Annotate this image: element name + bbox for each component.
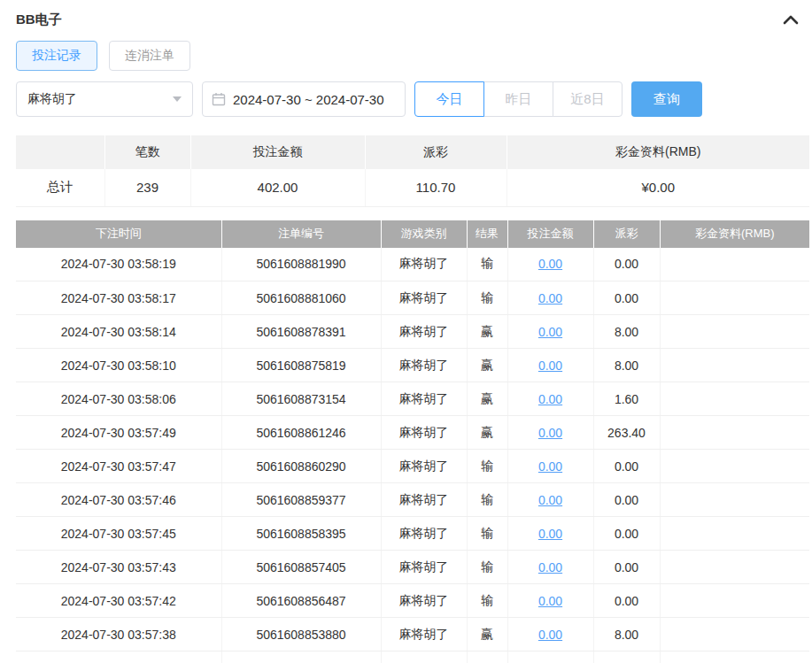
table-cell: 输 [467, 450, 507, 483]
table-cell: 0.00 [593, 517, 660, 551]
table-cell: 0.00 [507, 281, 593, 315]
bet-amount-link[interactable]: 0.00 [538, 527, 562, 541]
game-select[interactable]: 麻将胡了 [16, 81, 193, 117]
bet-amount-link[interactable]: 0.00 [538, 426, 562, 440]
table-cell: 2024-07-30 03:57:47 [16, 450, 221, 483]
bet-amount-link[interactable]: 0.00 [538, 594, 562, 608]
bet-amount-link[interactable]: 0.00 [538, 358, 562, 373]
table-cell: 0.00 [507, 349, 593, 382]
bet-records-panel: BB电子 投注记录 连消注单 麻将胡了 2024-07-30 ~ 2024-07… [0, 0, 812, 663]
table-cell: 0.00 [507, 618, 593, 651]
quick-range-group: 今日 昨日 近8日 [414, 81, 623, 117]
table-row: 2024-07-30 03:57:475061608860290麻将胡了输0.0… [16, 450, 809, 483]
table-cell: 2024-07-30 03:57:38 [16, 618, 221, 651]
table-cell: 2024-07-30 03:57:45 [16, 517, 221, 551]
table-cell [660, 416, 809, 450]
table-cell [660, 651, 809, 663]
table-cell [593, 651, 660, 663]
table-cell [660, 450, 809, 483]
table-cell: 5061608853880 [221, 618, 381, 651]
table-cell: 麻将胡了 [381, 281, 467, 315]
table-cell: 2024-07-30 03:58:06 [16, 382, 221, 416]
date-range-picker[interactable]: 2024-07-30 ~ 2024-07-30 [202, 81, 406, 117]
summary-header-row: 笔数 投注金额 派彩 彩金资料(RMB) [16, 135, 809, 169]
bet-amount-link[interactable]: 0.00 [538, 392, 562, 406]
table-cell: 麻将胡了 [381, 517, 467, 551]
bet-amount-link[interactable]: 0.00 [538, 628, 562, 642]
records-header-row: 下注时间 注单编号 游戏类别 结果 投注金额 派彩 彩金资料(RMB) [16, 220, 809, 248]
table-row: 2024-07-30 03:57:425061608856487麻将胡了输0.0… [16, 584, 809, 618]
table-cell: 0.00 [593, 551, 660, 584]
bet-amount-link[interactable]: 0.00 [538, 257, 562, 271]
table-cell: 5061608858395 [221, 517, 381, 551]
table-cell [660, 382, 809, 416]
panel-header: BB电子 [16, 0, 809, 35]
bet-amount-link[interactable]: 0.00 [538, 493, 562, 507]
table-cell [16, 651, 221, 663]
records-header-jackpot: 彩金资料(RMB) [660, 220, 809, 248]
table-cell: 赢 [467, 382, 507, 416]
table-cell: 0.00 [507, 450, 593, 483]
table-cell: 0.00 [507, 584, 593, 618]
summary-header-bet-amount: 投注金额 [190, 135, 365, 169]
table-row: 2024-07-30 03:57:455061608858395麻将胡了输0.0… [16, 517, 809, 551]
collapse-button[interactable] [783, 14, 799, 25]
table-cell [381, 651, 467, 663]
table-cell [660, 483, 809, 517]
search-button[interactable]: 查询 [631, 81, 702, 117]
table-cell: 8.00 [593, 349, 660, 382]
table-cell: 0.00 [593, 483, 660, 517]
last-8-days-button[interactable]: 近8日 [553, 81, 623, 117]
summary-header-empty [16, 135, 104, 169]
bet-amount-link[interactable]: 0.00 [538, 560, 562, 574]
table-cell: 麻将胡了 [381, 618, 467, 651]
table-cell: 0.00 [507, 416, 593, 450]
table-cell: 麻将胡了 [381, 450, 467, 483]
yesterday-button[interactable]: 昨日 [483, 81, 553, 117]
records-header-result: 结果 [467, 220, 507, 248]
table-cell: 0.00 [507, 517, 593, 551]
table-cell: 5061608881060 [221, 281, 381, 315]
table-cell [660, 248, 809, 281]
bet-amount-link[interactable]: 0.00 [538, 291, 562, 305]
table-cell [660, 349, 809, 382]
table-row: 2024-07-30 03:58:175061608881060麻将胡了输0.0… [16, 281, 809, 315]
table-cell: 0.00 [593, 584, 660, 618]
today-button[interactable]: 今日 [414, 81, 484, 117]
summary-table: 笔数 投注金额 派彩 彩金资料(RMB) 总计 239 402.00 110.7… [16, 135, 809, 207]
bet-amount-link[interactable]: 0.00 [538, 459, 562, 474]
game-select-value: 麻将胡了 [27, 91, 77, 107]
table-cell: 2024-07-30 03:57:49 [16, 416, 221, 450]
table-cell: 5061608859377 [221, 483, 381, 517]
table-cell: 0.00 [593, 281, 660, 315]
table-cell: 赢 [467, 618, 507, 651]
table-cell: 赢 [467, 349, 507, 382]
table-cell: 8.00 [593, 618, 660, 651]
table-row: 2024-07-30 03:58:065061608873154麻将胡了赢0.0… [16, 382, 809, 416]
tab-bet-records[interactable]: 投注记录 [16, 41, 97, 71]
table-cell: 2024-07-30 03:58:19 [16, 248, 221, 281]
table-cell: 5061608875819 [221, 349, 381, 382]
table-row [16, 651, 809, 663]
records-table: 下注时间 注单编号 游戏类别 结果 投注金额 派彩 彩金资料(RMB) 2024… [16, 220, 809, 663]
bet-amount-link[interactable]: 0.00 [538, 325, 562, 339]
table-cell: 5061608856487 [221, 584, 381, 618]
tab-canceled-orders[interactable]: 连消注单 [109, 41, 190, 71]
table-cell [507, 651, 593, 663]
table-cell [660, 618, 809, 651]
table-cell: 赢 [467, 315, 507, 349]
table-cell: 麻将胡了 [381, 551, 467, 584]
table-cell: 输 [467, 584, 507, 618]
table-row: 2024-07-30 03:57:435061608857405麻将胡了输0.0… [16, 551, 809, 584]
date-range-value: 2024-07-30 ~ 2024-07-30 [233, 92, 384, 107]
table-cell: 输 [467, 517, 507, 551]
table-cell: 5061608881990 [221, 248, 381, 281]
table-cell: 麻将胡了 [381, 584, 467, 618]
table-cell: 2024-07-30 03:57:46 [16, 483, 221, 517]
table-cell: 麻将胡了 [381, 248, 467, 281]
records-header-game-category: 游戏类别 [381, 220, 467, 248]
table-cell: 0.00 [507, 483, 593, 517]
calendar-icon [212, 92, 226, 106]
table-cell: 0.00 [507, 315, 593, 349]
table-cell: 263.40 [593, 416, 660, 450]
